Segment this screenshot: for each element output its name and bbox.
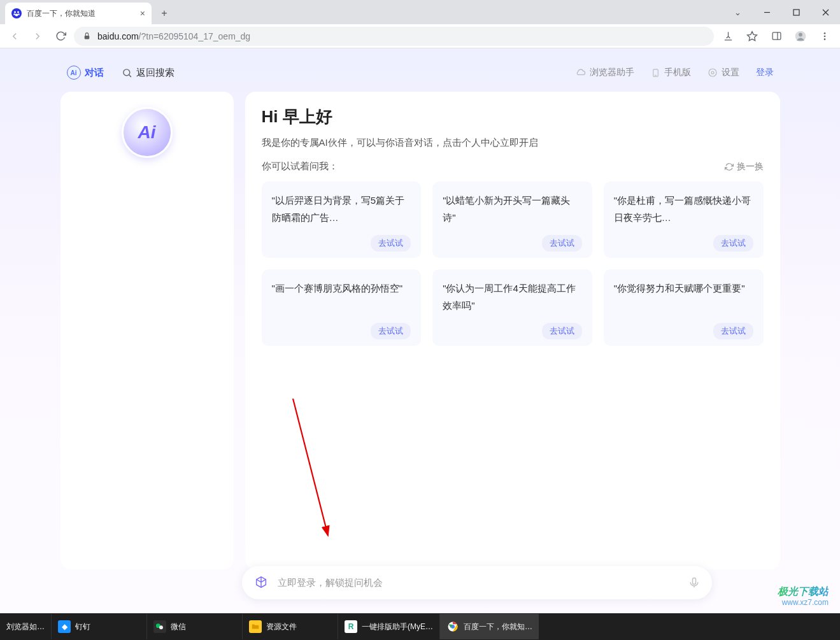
wechat-icon: [153, 620, 166, 633]
svg-rect-6: [794, 10, 799, 15]
reload-button[interactable]: [51, 27, 70, 46]
taskbar-item[interactable]: 资源文件: [242, 614, 338, 639]
prompt-text: "你认为一周工作4天能提高工作效率吗": [443, 280, 582, 323]
gear-icon: [708, 68, 718, 78]
nav-login-label: 登录: [756, 67, 774, 78]
taskbar-label: 百度一下，你就知…: [464, 622, 532, 632]
tab-close-icon[interactable]: ×: [140, 8, 145, 18]
nav-settings-label: 设置: [722, 67, 739, 78]
prompt-card[interactable]: "以后羿逐日为背景，写5篇关于防晒霜的广告…去试试: [262, 181, 422, 258]
svg-point-0: [14, 11, 16, 13]
forward-button[interactable]: [28, 27, 47, 46]
microphone-icon[interactable]: [688, 576, 701, 589]
nav-login[interactable]: 登录: [756, 67, 774, 78]
svg-point-1: [17, 11, 19, 13]
window-titlebar: 百度一下，你就知道 × + ⌄: [0, 0, 840, 24]
main-card: Hi 早上好 我是你的专属AI伙伴，可以与你语音对话，点击个人中心立即开启 你可…: [245, 92, 780, 569]
svg-line-19: [129, 75, 131, 77]
address-bar: baidu.com/?tn=62095104_17_oem_dg: [0, 24, 840, 48]
phone-icon: [651, 68, 660, 78]
prompt-card[interactable]: "画一个赛博朋克风格的孙悟空"去试试: [262, 269, 422, 346]
watermark-title: 极光下载站: [778, 585, 829, 597]
try-button[interactable]: 去试试: [542, 235, 582, 252]
chrome-icon: [446, 620, 459, 633]
taskbar-label: 一键排版助手(MyE…: [362, 622, 433, 632]
nav-chat[interactable]: Ai 对话: [67, 66, 104, 80]
nav-browser-helper[interactable]: 浏览器助手: [575, 67, 634, 78]
minimize-button[interactable]: [752, 3, 781, 22]
svg-point-16: [824, 35, 826, 37]
browser-tab[interactable]: 百度一下，你就知道 ×: [5, 3, 152, 24]
taskbar-item[interactable]: R一键排版助手(MyE…: [338, 614, 439, 639]
maximize-button[interactable]: [781, 3, 811, 22]
prompt-card[interactable]: "以蜡笔小新为开头写一篇藏头诗"去试试: [432, 181, 592, 258]
prompt-card[interactable]: "你是杜甫，写一篇感慨快递小哥日夜辛劳七…去试试: [604, 181, 764, 258]
nav-chat-label: 对话: [85, 67, 104, 79]
svg-marker-10: [748, 31, 757, 40]
try-button[interactable]: 去试试: [371, 235, 411, 252]
prompt-text: "以后羿逐日为背景，写5篇关于防晒霜的广告…: [272, 192, 411, 235]
watermark: 极光下载站 www.xz7.com: [778, 585, 829, 607]
cloud-icon: [575, 68, 586, 78]
cube-icon: [253, 575, 269, 590]
try-button[interactable]: 去试试: [371, 323, 411, 339]
greeting-subtitle: 我是你的专属AI伙伴，可以与你语音对话，点击个人中心立即开启: [262, 137, 764, 149]
refresh-label: 换一换: [737, 161, 764, 173]
nav-back-search-label: 返回搜索: [136, 67, 174, 79]
svg-point-4: [15, 14, 18, 17]
close-button[interactable]: [811, 3, 840, 22]
window-controls: ⌄: [723, 0, 840, 24]
svg-point-2: [13, 13, 15, 15]
nav-browser-helper-label: 浏览器助手: [590, 67, 634, 78]
sidepanel-icon[interactable]: [766, 26, 787, 46]
try-button[interactable]: 去试试: [713, 323, 753, 339]
try-button[interactable]: 去试试: [542, 323, 582, 339]
menu-icon[interactable]: [815, 26, 835, 46]
svg-point-14: [799, 32, 802, 36]
back-button[interactable]: [5, 27, 24, 46]
svg-rect-9: [85, 36, 90, 39]
nav-mobile[interactable]: 手机版: [651, 67, 691, 78]
greeting-title: Hi 早上好: [262, 106, 764, 128]
try-button[interactable]: 去试试: [713, 235, 753, 252]
nav-mobile-label: 手机版: [664, 67, 691, 78]
svg-point-23: [709, 69, 716, 76]
nav-settings[interactable]: 设置: [708, 67, 739, 78]
prompt-grid: "以后羿逐日为背景，写5篇关于防晒霜的广告…去试试 "以蜡笔小新为开头写一篇藏头…: [262, 181, 764, 346]
taskbar-item[interactable]: ◆钉钉: [51, 614, 146, 639]
prompt-text: "以蜡笔小新为开头写一篇藏头诗": [443, 192, 582, 235]
svg-point-15: [824, 32, 826, 34]
taskbar: 刘览器如… ◆钉钉 微信 资源文件 R一键排版助手(MyE… 百度一下，你就知…: [0, 613, 840, 640]
refresh-prompts-button[interactable]: 换一换: [725, 161, 764, 173]
folder-icon: [249, 620, 262, 633]
profile-icon[interactable]: [790, 26, 811, 46]
url-text: baidu.com/?tn=62095104_17_oem_dg: [97, 31, 250, 41]
chat-input[interactable]: 立即登录，解锁提问机会: [242, 566, 712, 599]
svg-point-22: [711, 71, 714, 74]
ai-avatar-icon: Ai: [122, 107, 173, 158]
prompt-card[interactable]: "你认为一周工作4天能提高工作效率吗"去试试: [432, 269, 592, 346]
prompt-text: "画一个赛博朋克风格的孙悟空": [272, 280, 411, 323]
try-label: 你可以试着问我：: [262, 160, 338, 173]
taskbar-item[interactable]: 刘览器如…: [4, 614, 51, 639]
page-topnav: Ai 对话 返回搜索 浏览器助手 手机版 设置: [61, 60, 780, 85]
prompt-text: "你觉得努力和天赋哪个更重要": [614, 280, 753, 323]
nav-back-search[interactable]: 返回搜索: [122, 67, 174, 79]
taskbar-item[interactable]: 微信: [146, 614, 242, 639]
bookmark-icon[interactable]: [742, 26, 762, 46]
share-icon[interactable]: [718, 26, 738, 46]
input-placeholder: 立即登录，解锁提问机会: [278, 577, 679, 589]
page-content: Ai 对话 返回搜索 浏览器助手 手机版 设置: [0, 48, 840, 613]
chevron-down-icon[interactable]: ⌄: [723, 3, 752, 22]
svg-point-3: [18, 13, 20, 15]
url-input[interactable]: baidu.com/?tn=62095104_17_oem_dg: [74, 27, 714, 46]
svg-rect-11: [772, 32, 781, 39]
new-tab-button[interactable]: +: [155, 4, 173, 22]
taskbar-item[interactable]: 百度一下，你就知…: [439, 614, 539, 639]
prompt-card[interactable]: "你觉得努力和天赋哪个更重要"去试试: [604, 269, 764, 346]
paw-favicon-icon: [11, 8, 22, 18]
taskbar-label: 刘览器如…: [6, 622, 45, 632]
watermark-url: www.xz7.com: [778, 598, 829, 607]
ai-icon: Ai: [67, 66, 81, 80]
sidebar-card: Ai: [61, 92, 234, 569]
